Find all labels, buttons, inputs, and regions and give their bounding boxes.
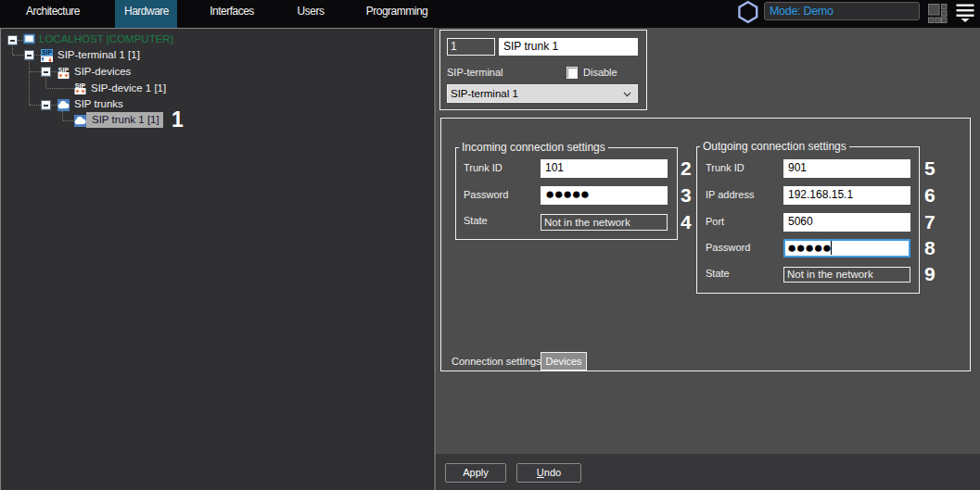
svg-text:SIP: SIP (58, 67, 70, 73)
svg-text:SIP: SIP (75, 82, 86, 89)
svg-text:SIP: SIP (42, 49, 52, 56)
